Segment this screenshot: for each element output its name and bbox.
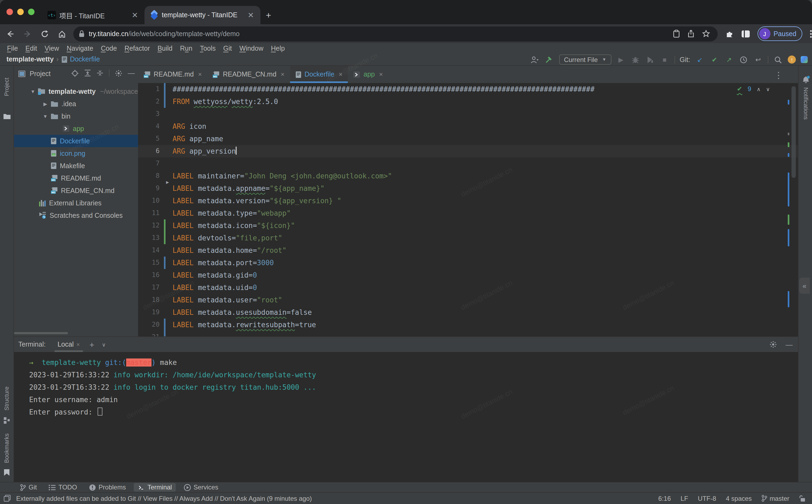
tree-item[interactable]: Scratches and Consoles <box>14 209 138 222</box>
tab-close-icon[interactable]: ✕ <box>247 11 255 19</box>
locate-file-icon[interactable] <box>71 69 79 77</box>
menu-item-view[interactable]: View <box>41 44 63 52</box>
breadcrumb-file[interactable]: Dockerfile <box>70 56 100 63</box>
rollback-icon[interactable]: ↩ <box>753 55 763 64</box>
stripe-mark[interactable] <box>788 172 789 206</box>
stop-icon[interactable]: ■ <box>660 55 669 64</box>
new-terminal-icon[interactable]: + <box>90 340 94 349</box>
tree-horizontal-scrollbar[interactable] <box>14 332 68 334</box>
expand-all-icon[interactable] <box>84 70 91 77</box>
hide-panel-icon[interactable]: — <box>128 69 135 77</box>
minimize-panel-icon[interactable]: — <box>786 340 793 348</box>
stripe-mark[interactable] <box>788 291 789 307</box>
run-icon[interactable]: ▶ <box>616 55 626 64</box>
reload-button[interactable] <box>38 27 52 41</box>
build-hammer-icon[interactable] <box>545 55 554 64</box>
menu-item-git[interactable]: Git <box>219 44 236 52</box>
terminal-settings-gear-icon[interactable] <box>769 341 777 348</box>
code-viewport[interactable]: 1#######################################… <box>138 83 798 336</box>
stripe-mark[interactable] <box>788 100 789 105</box>
back-button[interactable] <box>3 27 17 41</box>
git-push-icon[interactable]: ↗ <box>724 55 734 64</box>
menu-item-code[interactable]: Code <box>97 44 121 52</box>
status-windows-icon[interactable] <box>4 495 11 502</box>
menu-item-refactor[interactable]: Refactor <box>121 44 154 52</box>
terminal-tab-local[interactable]: Local× <box>55 337 82 352</box>
menu-item-file[interactable]: File <box>3 44 22 52</box>
tab-close-icon[interactable]: × <box>281 71 284 78</box>
menu-item-tools[interactable]: Tools <box>196 44 219 52</box>
tool-strip-notifications-label[interactable]: Notifications <box>803 87 809 120</box>
new-tab-button[interactable]: + <box>266 10 271 21</box>
tool-strip-structure-label[interactable]: Structure <box>3 386 10 410</box>
history-clock-icon[interactable] <box>739 55 748 64</box>
notifications-bell-icon[interactable] <box>802 75 810 84</box>
tree-chevron-icon[interactable]: ▼ <box>30 89 36 94</box>
tool-button-git[interactable]: Git <box>16 483 41 492</box>
home-button[interactable] <box>55 27 69 41</box>
tree-item[interactable]: ▼bin <box>14 110 138 122</box>
menu-item-build[interactable]: Build <box>154 44 176 52</box>
browser-menu-icon[interactable] <box>810 29 812 38</box>
close-window-button[interactable] <box>6 9 13 15</box>
stripe-mark[interactable] <box>788 215 789 225</box>
indent-setting[interactable]: 4 spaces <box>726 495 752 502</box>
tool-button-problems[interactable]: Problems <box>85 483 130 492</box>
tab-close-icon[interactable]: × <box>339 71 343 78</box>
maximize-window-button[interactable] <box>28 9 35 15</box>
editor-tab-dockerfile[interactable]: Dockerfile× <box>290 66 348 83</box>
git-branch-widget[interactable]: master <box>762 495 789 502</box>
menu-item-navigate[interactable]: Navigate <box>63 44 97 52</box>
unlocked-padlock-icon[interactable] <box>799 495 806 502</box>
menu-item-edit[interactable]: Edit <box>22 44 41 52</box>
project-panel-title[interactable]: Project <box>30 70 51 77</box>
tree-item[interactable]: app <box>14 122 138 135</box>
stripe-mark[interactable] <box>788 229 789 246</box>
editor-tab-readme.md[interactable]: MDREADME.md× <box>138 66 207 83</box>
debug-icon[interactable] <box>631 55 640 64</box>
tab-close-icon[interactable]: ✕ <box>131 11 139 19</box>
close-icon[interactable]: × <box>76 341 80 348</box>
caret-position[interactable]: 6:16 <box>658 495 671 502</box>
editor-scrollbar[interactable] <box>792 86 796 178</box>
line-ending[interactable]: LF <box>681 495 688 502</box>
tool-button-todo[interactable]: TODO <box>45 483 81 492</box>
address-bar[interactable]: try.titanide.cn/ide/web/coding/template-… <box>73 26 717 41</box>
file-encoding[interactable]: UTF-8 <box>698 495 716 502</box>
profile-button[interactable]: J Paused <box>757 26 802 41</box>
status-message[interactable]: Externally added files can be added to G… <box>16 495 312 502</box>
tree-chevron-icon[interactable]: ▶ <box>42 101 49 106</box>
forward-button[interactable] <box>20 27 35 41</box>
stripe-mark[interactable] <box>788 153 789 157</box>
run-coverage-icon[interactable] <box>645 55 655 64</box>
user-settings-icon[interactable] <box>530 55 540 64</box>
tree-item[interactable]: External Libraries <box>14 197 138 209</box>
tree-item[interactable]: Dockerfile <box>14 135 138 147</box>
side-panel-icon[interactable] <box>741 30 750 37</box>
project-folder-icon[interactable] <box>3 113 11 120</box>
extensions-icon[interactable] <box>725 29 734 38</box>
stripe-mark[interactable] <box>788 133 789 135</box>
ide-plugin-icon[interactable] <box>801 56 808 63</box>
bookmark-icon[interactable] <box>4 469 10 476</box>
editor-options-kebab-icon[interactable]: ⋮ <box>774 70 783 80</box>
tree-chevron-icon[interactable]: ▼ <box>42 113 49 119</box>
tree-item[interactable]: icon.png <box>14 147 138 160</box>
browser-tab[interactable]: ‹t›项目 - TitanIDE✕ <box>42 6 144 24</box>
collapse-right-panel-button[interactable]: « <box>799 278 810 294</box>
update-available-icon[interactable]: ↑ <box>788 56 796 64</box>
bookmark-star-icon[interactable] <box>702 30 710 38</box>
terminal-dropdown-chevron-icon[interactable]: ∨ <box>102 341 106 347</box>
menu-item-run[interactable]: Run <box>176 44 196 52</box>
tool-strip-project-label[interactable]: Project <box>3 78 10 96</box>
terminal-output[interactable]: → template-wetty git:(master) make2023-0… <box>14 352 798 418</box>
tree-item[interactable]: Makefile <box>14 160 138 172</box>
git-commit-icon[interactable]: ✔ <box>710 55 719 64</box>
menu-item-window[interactable]: Window <box>236 44 267 52</box>
tree-item[interactable]: ▼template-wetty~/workspace <box>14 85 138 98</box>
panel-settings-gear-icon[interactable] <box>115 69 122 77</box>
stripe-mark[interactable] <box>788 142 789 147</box>
tool-strip-bookmarks-label[interactable]: Bookmarks <box>3 433 10 463</box>
editor-tab-readme_cn.md[interactable]: MDREADME_CN.md× <box>207 66 290 83</box>
structure-icon[interactable] <box>4 417 10 424</box>
